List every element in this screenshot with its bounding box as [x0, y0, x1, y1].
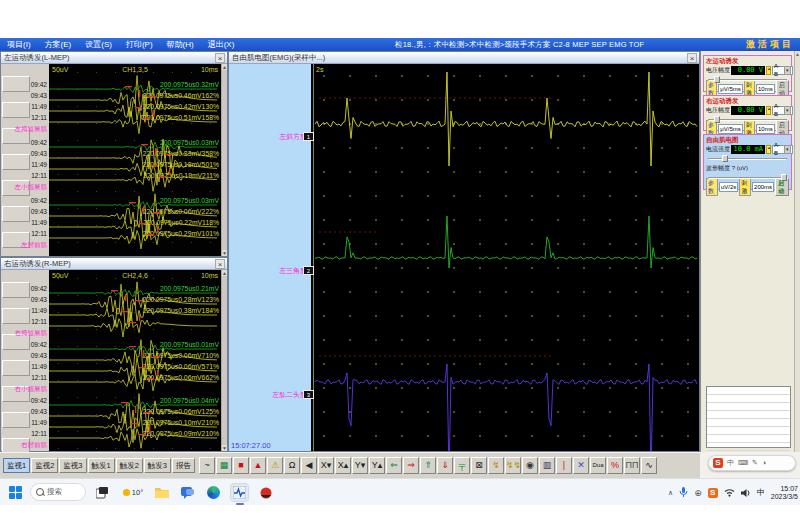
scale-box[interactable]: μV/5ms — [718, 84, 742, 94]
search-input[interactable]: 搜索 — [30, 483, 86, 501]
probe-icon[interactable]: ~ — [199, 457, 215, 474]
monitoring-app-button[interactable] — [230, 483, 249, 502]
scroll-down-icon[interactable]: ▼ — [222, 250, 227, 256]
sogou-tray-icon[interactable]: S — [708, 488, 718, 498]
sogou-input-bar[interactable]: S 中⌨✎◑ — [708, 455, 796, 471]
sogou-tool-icon[interactable]: ⌨ — [738, 456, 748, 470]
y-compress-icon[interactable]: Y▾ — [352, 457, 368, 474]
scrollbar[interactable]: ▲ — [794, 51, 800, 452]
toolbar-button-报告[interactable]: 报告 — [172, 458, 195, 473]
amplitude-slider[interactable] — [708, 174, 787, 181]
stim-train-icon[interactable]: ↯↯ — [505, 457, 521, 474]
intensity-slider[interactable] — [708, 76, 787, 83]
divider-icon[interactable]: | — [556, 457, 572, 474]
menu-item[interactable]: 帮助(H) — [160, 38, 201, 51]
slider-thumb[interactable] — [781, 174, 787, 181]
stepper-icon[interactable]: ▲▼ — [766, 145, 771, 154]
emg-plot[interactable]: 2s — [311, 64, 699, 451]
toolbar-button-监视3[interactable]: 监视3 — [59, 458, 86, 473]
toolbar-button-触发3[interactable]: 触发3 — [144, 458, 171, 473]
close-icon[interactable]: × — [215, 53, 225, 63]
slider-thumb[interactable] — [722, 155, 728, 162]
menu-item[interactable]: 项目(I) — [0, 38, 38, 51]
baseline-icon[interactable]: ╤ — [454, 457, 470, 474]
sogou-tool-icon[interactable]: 中 — [727, 456, 734, 470]
chat-app-button[interactable] — [178, 483, 197, 502]
stepper-icon[interactable]: ▲▼ — [766, 66, 771, 75]
accessibility-icon[interactable]: ⊕ — [694, 488, 702, 498]
trash-icon[interactable]: ⊠ — [471, 457, 487, 474]
scissors-icon[interactable]: ✕ — [573, 457, 589, 474]
start-button[interactable] — [6, 483, 25, 502]
event-list[interactable] — [706, 386, 791, 448]
pinned-app-button[interactable] — [256, 483, 275, 502]
sogou-tool-icon[interactable]: ✎ — [752, 456, 758, 470]
warning-icon[interactable]: ⚠ — [267, 457, 283, 474]
scroll-up-icon[interactable]: ▲ — [222, 270, 227, 276]
intensity-slider[interactable] — [708, 116, 787, 123]
dual-icon[interactable]: Dua — [590, 457, 606, 474]
menu-item[interactable]: 设置(S) — [78, 38, 119, 51]
scrollbar[interactable]: ▲ ▼ — [221, 64, 227, 256]
tray-expand-icon[interactable]: ∧ — [668, 489, 673, 497]
menu-item[interactable]: 打印(P) — [119, 38, 160, 51]
stim-single-icon[interactable]: ↯ — [488, 457, 504, 474]
montage-grid-icon[interactable]: ▦ — [216, 457, 232, 474]
montage-select[interactable]: A-B▾ — [772, 106, 793, 115]
interval-box[interactable]: 10ms — [756, 124, 775, 134]
scrollbar[interactable]: ▲ ▼ — [221, 270, 227, 451]
list-item[interactable] — [707, 435, 790, 443]
sogou-tool-icon[interactable]: ◑ — [762, 456, 766, 470]
impedance-icon[interactable]: Ω — [284, 457, 300, 474]
close-icon[interactable]: × — [687, 53, 697, 63]
list-item[interactable] — [707, 395, 790, 403]
scale-box[interactable]: uV/2s — [719, 182, 738, 192]
scroll-up-icon[interactable]: ▲ — [222, 64, 227, 70]
task-view-button[interactable] — [92, 483, 111, 502]
stepper-icon[interactable]: ▲▼ — [766, 106, 771, 115]
l-mep-plot[interactable]: 50uV CH1,3,5 10ms 200.0975us0.32mV220.09… — [49, 64, 221, 256]
menu-item[interactable]: 方案(E) — [38, 38, 79, 51]
cursor-left-icon[interactable]: ⇐ — [386, 457, 402, 474]
list-item[interactable] — [707, 403, 790, 411]
camera-icon[interactable]: ◉ — [522, 457, 538, 474]
report-pages-icon[interactable]: ▥ — [539, 457, 555, 474]
alarm-icon[interactable]: ▲ — [250, 457, 266, 474]
weather-widget[interactable]: 10° — [118, 483, 148, 502]
shift-down-icon[interactable]: ⇓ — [437, 457, 453, 474]
montage-select[interactable]: A-B▾ — [772, 145, 793, 154]
cursor-right-icon[interactable]: ⇒ — [403, 457, 419, 474]
list-item[interactable] — [707, 419, 790, 427]
toolbar-button-触发1[interactable]: 触发1 — [88, 458, 115, 473]
sogou-logo-icon[interactable]: S — [713, 458, 723, 468]
taskbar-clock[interactable]: 15:07 2023/3/5 — [771, 485, 798, 501]
scroll-up-icon[interactable]: ▲ — [795, 51, 800, 57]
toolbar-button-触发2[interactable]: 触发2 — [116, 458, 143, 473]
scale-box[interactable]: μV/5ms — [718, 124, 742, 134]
close-icon[interactable]: × — [215, 259, 225, 269]
shift-up-icon[interactable]: ⇑ — [420, 457, 436, 474]
slider-thumb[interactable] — [714, 76, 720, 83]
interval-box[interactable]: 200ms — [752, 182, 774, 192]
speaker-icon[interactable]: ◀ — [301, 457, 317, 474]
list-item[interactable] — [707, 427, 790, 435]
slider-thumb[interactable] — [714, 116, 720, 123]
r-mep-plot[interactable]: 50uV CH2,4,6 10ms 200.0975us0.21mV220.09… — [49, 270, 221, 451]
montage-select[interactable]: A-B▾ — [772, 66, 793, 75]
train-icon[interactable]: ΠΠ — [624, 457, 640, 474]
list-item[interactable] — [707, 387, 790, 395]
percent-icon[interactable]: % — [607, 457, 623, 474]
x-expand-icon[interactable]: X▴ — [335, 457, 351, 474]
y-expand-icon[interactable]: Y▴ — [369, 457, 385, 474]
toolbar-button-监视2[interactable]: 监视2 — [31, 458, 58, 473]
current-slider[interactable] — [708, 155, 787, 162]
freerun-icon[interactable]: ∿ — [641, 457, 657, 474]
input-method-indicator[interactable]: 中 — [757, 487, 765, 498]
stop-icon[interactable]: ■ — [233, 457, 249, 474]
list-item[interactable] — [707, 411, 790, 419]
microphone-icon[interactable] — [679, 487, 688, 498]
toolbar-button-监视1[interactable]: 监视1 — [3, 458, 30, 473]
volume-icon[interactable] — [741, 488, 751, 498]
scroll-down-icon[interactable]: ▼ — [222, 445, 227, 451]
wifi-icon[interactable] — [724, 488, 735, 497]
